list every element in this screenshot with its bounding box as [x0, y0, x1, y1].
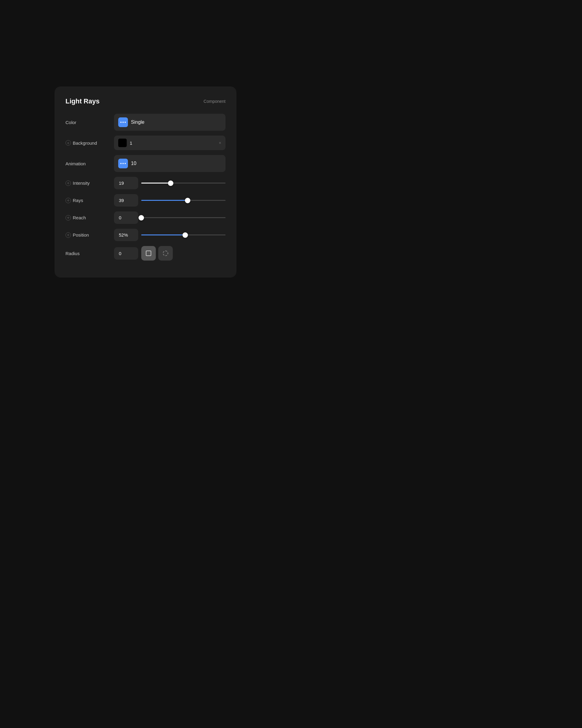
- radius-square-icon: [146, 251, 151, 256]
- rays-thumb[interactable]: [185, 198, 190, 203]
- position-label: + Position: [65, 232, 114, 238]
- radius-control: 0: [114, 246, 225, 261]
- background-label: + Background: [65, 140, 114, 146]
- animation-dots-icon: [118, 159, 128, 168]
- animation-row: Animation 10: [65, 155, 225, 172]
- animation-label: Animation: [65, 161, 114, 166]
- color-dropdown[interactable]: Single: [114, 114, 225, 131]
- background-control: 1 ×: [114, 136, 225, 150]
- rays-plus-icon[interactable]: +: [65, 198, 71, 203]
- position-thumb[interactable]: [183, 232, 188, 238]
- intensity-slider[interactable]: [141, 183, 225, 184]
- panel-title: Light Rays: [65, 97, 100, 105]
- color-dots-icon: [118, 118, 128, 127]
- position-value[interactable]: 52%: [114, 229, 138, 241]
- color-row: Color Single: [65, 114, 225, 131]
- panel-badge: Component: [204, 99, 225, 104]
- intensity-value[interactable]: 19: [114, 177, 138, 189]
- reach-slider[interactable]: [141, 217, 225, 218]
- rays-value[interactable]: 39: [114, 194, 138, 207]
- reach-control: 0: [114, 211, 225, 224]
- radius-square-button[interactable]: [141, 246, 156, 261]
- position-plus-icon[interactable]: +: [65, 232, 71, 238]
- intensity-row: + Intensity 19: [65, 177, 225, 189]
- intensity-control: 19: [114, 177, 225, 189]
- animation-dropdown[interactable]: 10: [114, 155, 225, 172]
- intensity-label: + Intensity: [65, 181, 114, 186]
- radius-label: Radius: [65, 251, 114, 256]
- background-plus-icon[interactable]: +: [65, 140, 71, 146]
- radius-circle-icon: [163, 251, 168, 256]
- background-row: + Background 1 ×: [65, 136, 225, 150]
- rays-row: + Rays 39: [65, 194, 225, 207]
- reach-thumb[interactable]: [139, 215, 144, 220]
- position-fill: [141, 234, 185, 235]
- rays-track: [141, 200, 225, 201]
- background-field[interactable]: 1 ×: [114, 136, 225, 150]
- panel-header: Light Rays Component: [65, 97, 225, 105]
- position-track: [141, 234, 225, 235]
- rays-fill: [141, 200, 188, 201]
- reach-row: + Reach 0: [65, 211, 225, 224]
- position-row: + Position 52%: [65, 229, 225, 241]
- intensity-fill: [141, 183, 171, 183]
- color-label: Color: [65, 120, 114, 125]
- reach-value[interactable]: 0: [114, 211, 138, 224]
- color-control: Single: [114, 114, 225, 131]
- intensity-track: [141, 183, 225, 183]
- background-value: 1: [130, 140, 216, 146]
- background-color-swatch[interactable]: [118, 139, 127, 147]
- reach-label: + Reach: [65, 215, 114, 220]
- color-value: Single: [131, 120, 144, 125]
- light-rays-panel: Light Rays Component Color Single + Back…: [55, 86, 237, 278]
- radius-buttons: [141, 246, 173, 261]
- background-close-button[interactable]: ×: [219, 140, 221, 145]
- animation-value: 10: [131, 161, 136, 166]
- reach-plus-icon[interactable]: +: [65, 215, 71, 220]
- radius-circle-button[interactable]: [158, 246, 173, 261]
- radius-row: Radius 0: [65, 246, 225, 261]
- rays-control: 39: [114, 194, 225, 207]
- position-slider[interactable]: [141, 234, 225, 236]
- intensity-plus-icon[interactable]: +: [65, 181, 71, 186]
- animation-control: 10: [114, 155, 225, 172]
- reach-track: [141, 217, 225, 218]
- position-control: 52%: [114, 229, 225, 241]
- rays-slider[interactable]: [141, 200, 225, 201]
- intensity-thumb[interactable]: [168, 181, 173, 186]
- rays-label: + Rays: [65, 198, 114, 203]
- radius-value[interactable]: 0: [114, 247, 138, 260]
